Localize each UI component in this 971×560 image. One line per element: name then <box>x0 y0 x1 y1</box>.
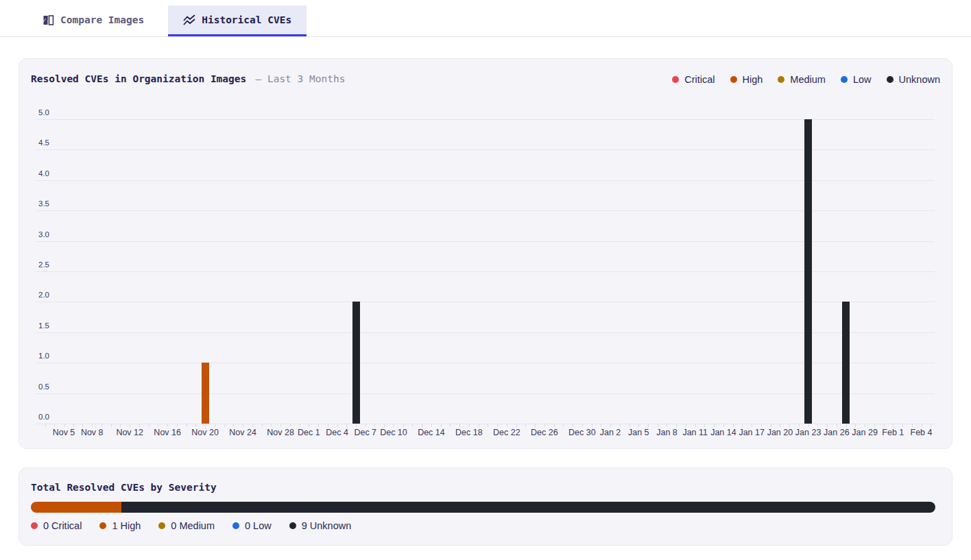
chart-legend: CriticalHighMediumLowUnknown <box>672 73 940 85</box>
x-axis-tick <box>610 424 611 427</box>
x-axis-tick <box>149 424 149 427</box>
x-axis-tick <box>761 424 762 427</box>
chart-subtitle: — Last 3 Months <box>250 73 346 84</box>
compare-images-icon <box>43 14 54 26</box>
x-axis-tick <box>215 424 215 427</box>
x-axis-tick <box>865 424 865 427</box>
x-axis-tick <box>479 424 479 427</box>
legend-dot-low <box>841 76 848 83</box>
x-axis-tick <box>374 424 375 427</box>
x-axis-tick <box>884 424 885 427</box>
y-axis-label: 2.0 <box>38 291 49 299</box>
x-axis-label-jan-2: Jan 2 <box>600 428 621 437</box>
x-axis-tick <box>205 424 206 427</box>
tab-historical-cves[interactable]: Historical CVEs <box>168 5 307 36</box>
severity-segment-high <box>31 502 121 513</box>
legend-label: Unknown <box>899 74 940 85</box>
legend-label: Low <box>853 74 872 85</box>
x-axis-tick <box>412 424 413 427</box>
x-axis-label-dec-7: Dec 7 <box>354 428 376 437</box>
x-axis-tick <box>771 424 771 427</box>
legend-label: 0 Low <box>245 520 272 531</box>
x-axis-label-dec-1: Dec 1 <box>298 428 320 437</box>
legend-dot-9-unknown <box>289 522 296 529</box>
cve-bar-chart-plot: 5.04.54.03.53.02.52.01.51.00.50.0Nov 5No… <box>36 107 935 446</box>
x-axis-label-jan-20: Jan 20 <box>767 428 793 437</box>
x-axis-tick <box>676 424 677 427</box>
x-axis-tick <box>431 424 432 427</box>
x-axis-tick <box>902 424 903 427</box>
gridline-y-3.5 <box>36 210 935 211</box>
chart-title: Resolved CVEs in Organization Images <box>31 73 246 84</box>
x-axis-label-dec-18: Dec 18 <box>455 428 483 437</box>
chart-legend-item-critical[interactable]: Critical <box>672 74 715 85</box>
chart-legend-item-high[interactable]: High <box>730 74 763 85</box>
y-axis-label: 0.5 <box>38 382 49 391</box>
x-axis-tick <box>817 424 818 427</box>
chart-legend-item-medium[interactable]: Medium <box>778 74 826 85</box>
chart-title-group: Resolved CVEs in Organization Images — L… <box>31 73 345 85</box>
x-axis-tick <box>488 424 488 427</box>
bar-jan-27-unknown <box>842 302 850 424</box>
legend-dot-0-medium <box>158 522 165 529</box>
x-axis-tick <box>158 424 158 427</box>
x-axis-tick <box>922 424 922 427</box>
bar-jan-23-unknown <box>804 119 812 424</box>
x-axis-tick <box>601 424 601 427</box>
x-axis-label-nov-5: Nov 5 <box>53 428 75 437</box>
summary-legend: 0 Critical1 High0 Medium0 Low9 Unknown <box>31 520 351 531</box>
summary-legend-item-critical: 0 Critical <box>31 520 82 531</box>
x-axis-tick <box>92 424 93 427</box>
x-axis-tick <box>893 424 894 427</box>
legend-dot-medium <box>778 76 784 83</box>
x-axis-label-jan-11: Jan 11 <box>682 428 708 437</box>
gridline-y-2.5 <box>36 271 935 272</box>
x-axis-tick <box>54 424 55 427</box>
historical-cves-chart-card: Resolved CVEs in Organization Images — L… <box>19 58 952 449</box>
legend-label: 1 High <box>112 520 141 531</box>
y-axis-label: 2.5 <box>38 260 49 269</box>
x-axis-label-jan-23: Jan 23 <box>795 428 822 437</box>
legend-dot-0-low <box>232 522 239 529</box>
tab-compare-images-label: Compare Images <box>60 14 144 25</box>
summary-legend-item-unknown: 9 Unknown <box>289 520 352 531</box>
x-axis-tick <box>271 424 272 427</box>
legend-label: 9 Unknown <box>302 520 352 531</box>
x-axis-label-nov-12: Nov 12 <box>116 428 143 437</box>
x-axis-tick <box>167 424 168 427</box>
chart-legend-item-unknown[interactable]: Unknown <box>887 74 940 85</box>
summary-legend-item-medium: 0 Medium <box>158 520 215 531</box>
x-axis-tick <box>139 424 140 427</box>
y-axis-label: 3.0 <box>38 230 49 239</box>
y-axis-label: 5.0 <box>38 108 49 117</box>
x-axis-label-dec-10: Dec 10 <box>380 428 407 437</box>
x-axis-tick <box>874 424 875 427</box>
x-axis-tick <box>837 424 837 427</box>
summary-title: Total Resolved CVEs by Severity <box>31 482 217 493</box>
legend-dot-1-high <box>99 522 106 529</box>
tab-compare-images[interactable]: Compare Images <box>27 5 159 36</box>
x-axis-label-jan-5: Jan 5 <box>628 428 649 437</box>
legend-label: 0 Critical <box>43 520 82 531</box>
gridline-y-1.0 <box>36 363 935 363</box>
x-axis-tick <box>535 424 536 427</box>
x-axis-tick <box>620 424 621 427</box>
x-axis-label-dec-4: Dec 4 <box>326 428 348 437</box>
x-axis-tick <box>365 424 366 427</box>
gridline-y-4.0 <box>36 180 935 181</box>
x-axis-tick <box>799 424 800 427</box>
x-axis-tick <box>592 424 592 427</box>
x-axis-tick <box>525 424 526 427</box>
legend-dot-high <box>730 76 737 83</box>
summary-card-header: Total Resolved CVEs by Severity <box>19 468 952 493</box>
x-axis-tick <box>233 424 234 427</box>
x-axis-tick <box>507 424 507 427</box>
gridline-y-5.0 <box>36 119 935 120</box>
legend-dot-unknown <box>887 76 894 83</box>
x-axis-tick <box>686 424 686 427</box>
x-axis-tick <box>742 424 743 427</box>
chart-legend-item-low[interactable]: Low <box>841 74 872 85</box>
x-axis-tick <box>82 424 83 427</box>
bar-nov-20-high <box>202 363 209 424</box>
x-axis-label-feb-1: Feb 1 <box>882 428 904 437</box>
